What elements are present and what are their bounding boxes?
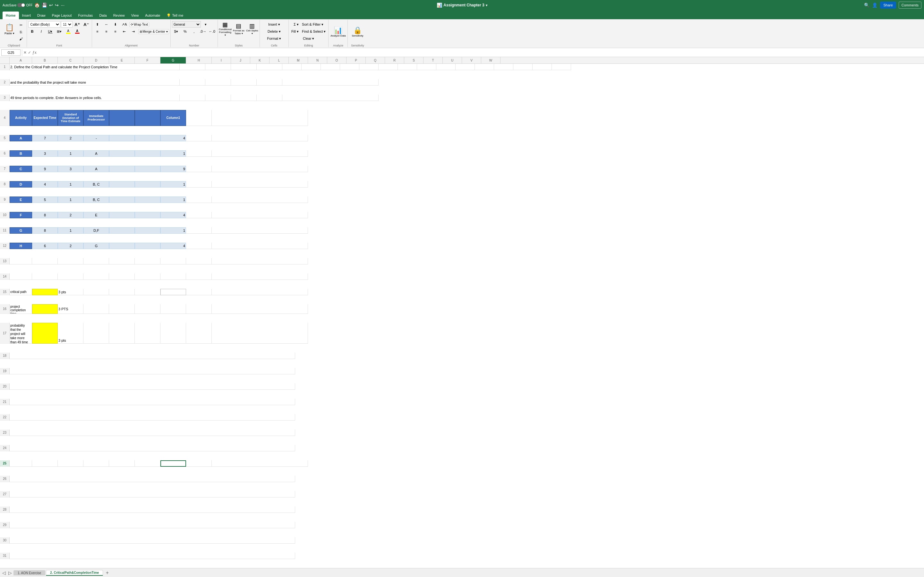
tab-view[interactable]: View — [128, 11, 142, 19]
cell-g10[interactable]: 4 — [160, 212, 186, 218]
cell-s1[interactable] — [475, 64, 494, 70]
cell-f8[interactable] — [135, 181, 160, 187]
cell-e11[interactable] — [109, 227, 135, 234]
tab-insert[interactable]: Insert — [19, 11, 34, 19]
cell-b4-header[interactable]: Expected Time — [32, 110, 58, 126]
col-header-d[interactable]: D — [83, 57, 109, 63]
col-header-h[interactable]: H — [186, 57, 212, 63]
cell-g13[interactable] — [160, 258, 186, 264]
col-header-e[interactable]: E — [109, 57, 135, 63]
col-header-k[interactable]: K — [250, 57, 270, 63]
cell-rest-3[interactable] — [282, 95, 379, 101]
cell-a7[interactable]: C — [10, 166, 32, 172]
cell-t1[interactable] — [494, 64, 513, 70]
cell-e17[interactable] — [109, 323, 135, 343]
cell-e9[interactable] — [109, 197, 135, 203]
cell-g5[interactable]: 4 — [160, 135, 186, 141]
col-header-l[interactable]: L — [270, 57, 289, 63]
cell-f4-header[interactable] — [135, 110, 160, 126]
cell-g25[interactable] — [160, 460, 186, 467]
fill-color-button[interactable]: A — [64, 28, 73, 35]
col-header-s[interactable]: S — [404, 57, 423, 63]
col-header-m[interactable]: M — [289, 57, 308, 63]
tab-formulas[interactable]: Formulas — [75, 11, 96, 19]
save-icon[interactable]: 💾 — [42, 3, 47, 8]
cell-f12[interactable] — [135, 243, 160, 249]
cell-i1[interactable] — [282, 64, 302, 70]
cell-c9[interactable]: 1 — [58, 197, 83, 203]
cell-c16[interactable]: 3 PTS — [58, 304, 83, 314]
cell-e3[interactable] — [180, 95, 205, 101]
cell-e4-header[interactable] — [109, 110, 135, 126]
cell-c8[interactable]: 1 — [58, 181, 83, 187]
decrease-decimal-button[interactable]: .0→ — [199, 28, 207, 35]
cell-rest-11[interactable] — [212, 227, 308, 234]
cell-f25[interactable] — [135, 460, 160, 467]
col-header-j[interactable]: J — [231, 57, 250, 63]
cell-e10[interactable] — [109, 212, 135, 218]
cell-a11[interactable]: G — [10, 227, 32, 234]
number-format-selector[interactable]: General — [172, 21, 201, 27]
sheet-nav-left[interactable]: ◁ — [1, 570, 7, 575]
cell-e5[interactable] — [109, 135, 135, 141]
cell-h1[interactable] — [257, 64, 282, 70]
sheet-nav-right[interactable]: ▷ — [7, 570, 13, 575]
cell-b25[interactable] — [32, 460, 58, 467]
cell-h8[interactable] — [186, 181, 212, 187]
cell-b10[interactable]: 8 — [32, 212, 58, 218]
cell-e2[interactable] — [180, 79, 205, 85]
align-center-button[interactable]: ≡ — [102, 28, 111, 35]
col-header-u[interactable]: U — [443, 57, 462, 63]
autosum-button[interactable]: Σ ▾ — [292, 21, 300, 27]
cell-a3[interactable]: 49 time periods to complete. Enter Answe… — [10, 95, 180, 101]
sheet-tab-2[interactable]: 2. CriticalPath&CompletionTime — [46, 570, 103, 576]
cell-rest-17[interactable] — [212, 323, 308, 343]
merge-center-button[interactable]: ⊞ Merge & Center ▾ — [138, 29, 169, 34]
align-bottom-button[interactable]: ⬇ — [111, 21, 120, 27]
cell-f9[interactable] — [135, 197, 160, 203]
find-select-button[interactable]: Find & Select ▾ — [300, 28, 327, 35]
cell-f5[interactable] — [135, 135, 160, 141]
col-header-b[interactable]: B — [32, 57, 58, 63]
cell-g9[interactable]: 1 — [160, 197, 186, 203]
col-header-p[interactable]: P — [347, 57, 366, 63]
analyze-data-button[interactable]: 📊 Analyze Data — [330, 26, 346, 37]
cell-a17[interactable]: probability that the project will take m… — [10, 323, 32, 343]
decrease-font-button[interactable]: A⁻ — [82, 21, 90, 27]
col-header-o[interactable]: O — [327, 57, 347, 63]
copy-button[interactable]: ⎘ — [17, 29, 25, 35]
cell-f6[interactable] — [135, 150, 160, 157]
cell-f10[interactable] — [135, 212, 160, 218]
cell-b15[interactable] — [32, 289, 58, 295]
cell-d16[interactable] — [83, 304, 109, 314]
cell-g1[interactable] — [231, 64, 257, 70]
align-left-button[interactable]: ≡ — [94, 28, 102, 35]
cell-g16[interactable] — [160, 304, 186, 314]
cell-b13[interactable] — [32, 258, 58, 264]
cell-b7[interactable]: 9 — [32, 166, 58, 172]
col-header-n[interactable]: N — [308, 57, 327, 63]
tab-review[interactable]: Review — [110, 11, 128, 19]
cell-rest-12[interactable] — [212, 243, 308, 249]
cell-row19[interactable] — [10, 368, 295, 374]
cell-d25[interactable] — [83, 460, 109, 467]
cell-h12[interactable] — [186, 243, 212, 249]
cell-d14[interactable] — [83, 274, 109, 280]
cell-d11[interactable]: D,F — [83, 227, 109, 234]
cell-g2[interactable] — [231, 79, 257, 85]
cell-c5[interactable]: 2 — [58, 135, 83, 141]
undo-icon[interactable]: ↩ — [49, 3, 53, 8]
number-format-dropdown[interactable]: ▾ — [202, 21, 210, 27]
cell-u1[interactable] — [513, 64, 533, 70]
cell-d13[interactable] — [83, 258, 109, 264]
cell-rest-2[interactable] — [282, 79, 379, 85]
cell-rest-6[interactable] — [212, 150, 308, 157]
cell-f16[interactable] — [135, 304, 160, 314]
font-size-selector[interactable]: 11 — [61, 21, 73, 27]
cell-rest-4[interactable] — [212, 110, 308, 126]
cell-row18[interactable] — [10, 353, 295, 359]
cell-rest-15[interactable] — [212, 289, 308, 295]
cell-m1[interactable] — [359, 64, 379, 70]
cell-d6[interactable]: A — [83, 150, 109, 157]
delete-button[interactable]: Delete ▾ — [266, 28, 282, 35]
